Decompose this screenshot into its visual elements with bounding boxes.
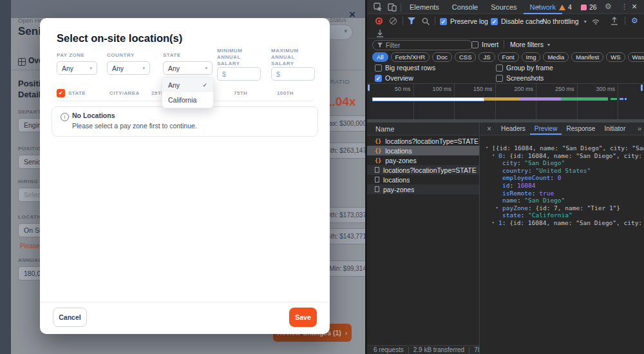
import-har-icon[interactable] [376,29,384,37]
timeline-tick-label: 100 ms [424,86,451,92]
devtools-close-icon[interactable]: × [632,1,637,12]
tree-line[interactable]: state: "California" [502,211,573,219]
select-all-checkbox[interactable]: ✓ [57,89,65,97]
chip-media[interactable]: Media [543,52,569,62]
tree-toggle-icon[interactable]: ▾ [486,144,488,152]
network-conditions-icon[interactable] [591,17,600,25]
more-tabs-icon[interactable]: » [536,3,540,10]
tree-line[interactable]: employeeCount: 0 [502,174,562,181]
save-button[interactable]: Save [289,308,317,327]
option-big-request-rows[interactable]: Big request rows [375,64,435,72]
json-punct: : [528,167,535,174]
chevron-down-icon: ▾ [90,66,92,71]
chip-img[interactable]: Img [522,52,541,62]
chip-css[interactable]: CSS [455,52,477,62]
chip-doc[interactable]: Doc [432,52,452,62]
json-preview-tree[interactable]: ▾[{id: 16084, name: "San Diego", city: "… [480,135,644,354]
column-header-100th: 100TH [277,90,294,96]
disable-cache-checkbox[interactable]: ✓ Disable cache [491,17,544,25]
preview-tab-preview[interactable]: Preview [530,123,562,135]
request-name: pay-zones [385,157,416,164]
device-toolbar-icon[interactable] [388,3,397,12]
filter-select-2[interactable]: Any▾ [163,61,213,75]
preview-tab-response[interactable]: Response [562,123,600,135]
tree-toggle-icon[interactable]: ▸ [492,219,495,226]
filter-label-1: COUNTRY [107,52,154,59]
filter-select-0[interactable]: Any▾ [57,61,97,75]
inspect-icon[interactable] [374,3,383,12]
tree-line[interactable]: payZone: {id: 7, name: "Tier 1"} [502,204,620,211]
issues-badge[interactable]: 26 [581,3,597,11]
export-har-icon[interactable] [611,17,618,25]
tree-line[interactable]: 0: {id: 16084, name: "San Diego", city: … [498,152,644,159]
record-button[interactable] [375,17,383,25]
filter-input-4[interactable]: $ [271,67,315,81]
devtools-tab-network[interactable]: Network [524,0,562,14]
tree-line[interactable]: 1: {id: 16084, name: "San Diego", city: … [498,219,644,226]
network-overview-timeline[interactable]: 50 ms100 ms150 ms200 ms250 ms300 ms [367,84,644,119]
preview-tab-headers[interactable]: Headers [497,123,530,135]
chip-fetch-xhr[interactable]: Fetch/XHR [391,52,430,62]
overview-handle-left[interactable] [368,84,370,91]
chip-font[interactable]: Font [498,52,519,62]
option-group-by-frame[interactable]: Group by frame [496,64,553,72]
request-row[interactable]: {}locations [367,146,480,155]
warning-badge[interactable]: 4 [559,3,572,11]
filter-select-1[interactable]: Any▾ [107,61,150,75]
devtools-tab-elements[interactable]: Elements [403,0,446,14]
filter-label-2: STATE [163,52,216,59]
json-boolean: true [539,190,554,197]
chip-ws[interactable]: WS [606,52,625,62]
preserve-log-checkbox[interactable]: ✓ Preserve log [440,17,488,25]
cancel-button[interactable]: Cancel [53,308,87,327]
tree-line[interactable]: city: "San Diego" [502,159,565,166]
name-column-header[interactable]: Name [367,123,479,135]
more-preview-tabs-icon[interactable]: » [638,124,641,132]
chip-all[interactable]: All [372,52,388,62]
filter-input[interactable]: Filter [372,40,473,50]
json-key: country [502,167,528,174]
filter-funnel-icon[interactable] [408,17,415,25]
filter-input-3[interactable]: $ [217,67,261,81]
request-row[interactable]: locations [367,175,480,184]
request-row[interactable]: {}pay-zones [367,155,480,165]
request-row[interactable]: pay-zones [367,184,480,194]
json-punct: : [528,204,535,211]
json-preview: [{id: 16084, name: "San Diego", city: "S… [492,144,644,152]
option-label: Screenshots [506,74,544,82]
dropdown-option-any[interactable]: Any✓ [162,77,213,92]
option-overview[interactable]: ✓Overview [375,74,413,82]
devtools-tab-console[interactable]: Console [446,0,484,14]
tree-toggle-icon[interactable]: ▸ [496,204,498,211]
tree-line[interactable]: country: "United States" [502,167,591,174]
tree-line[interactable]: id: 16084 [502,182,536,189]
chip-js[interactable]: JS [478,52,495,62]
network-settings-gear-icon[interactable]: ⚙ [631,16,638,25]
modal-close-icon[interactable]: × [349,8,355,21]
settings-gear-icon[interactable]: ⚙ [605,2,612,11]
clear-icon[interactable] [390,17,397,25]
tree-line[interactable]: [{id: 16084, name: "San Diego", city: "S… [492,144,644,152]
chip-wasm[interactable]: Wasm [628,52,644,62]
request-row[interactable]: locations?locationType=STATE [367,165,480,175]
tree-line[interactable]: isRemote: true [502,190,554,197]
search-icon[interactable] [422,17,430,25]
throttling-select[interactable]: No throttling ▾ [542,17,587,25]
close-preview-icon[interactable]: × [480,123,497,135]
more-filters-button[interactable]: More filters ▾ [510,41,550,48]
overview-handle-right[interactable] [641,84,643,91]
tree-line[interactable]: name: "San Diego" [502,197,565,204]
tree-toggle-icon[interactable]: ▾ [492,152,495,159]
kebab-menu-icon[interactable]: ⋮ [621,3,628,11]
devtools-tab-sources[interactable]: Sources [484,0,523,14]
timeline-tick-label: 250 ms [547,86,574,92]
chevron-right-icon: › [345,329,348,337]
request-row[interactable]: {}locations?locationType=STATE [367,136,480,146]
chip-manifest[interactable]: Manifest [571,52,603,62]
dropdown-option-california[interactable]: California [162,92,213,107]
preview-tab-initiator[interactable]: Initiator [600,123,630,135]
invert-checkbox[interactable]: Invert [471,41,498,48]
json-key: name [502,197,517,204]
option-screenshots[interactable]: Screenshots [496,74,544,82]
preserve-log-label: Preserve log [450,17,488,25]
